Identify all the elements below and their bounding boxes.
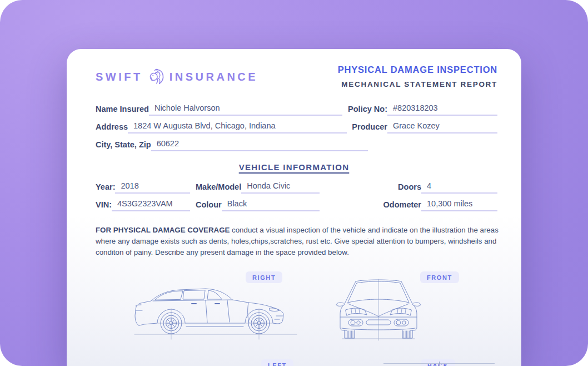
brand-logo: SWIFT INSURANCE — [96, 68, 258, 86]
odometer-input[interactable]: 10,300 miles — [421, 199, 497, 211]
doors-input[interactable]: 4 — [421, 181, 497, 194]
vin-input[interactable]: 4S3G2323VAM — [112, 199, 190, 211]
address-label: Address — [96, 122, 128, 133]
producer-label: Producer — [342, 122, 387, 133]
vin-label: VIN: — [96, 200, 112, 211]
report-header: PHYSICAL DAMAGE INSPECTION MECHANICAL ST… — [338, 65, 497, 88]
policy-no-label: Policy No: — [342, 105, 387, 116]
make-model-input[interactable]: Honda Civic — [241, 181, 320, 194]
make-model-field: Make/Model Honda Civic — [196, 181, 320, 194]
policy-no-field: Policy No: #820318203 — [342, 103, 497, 116]
lion-icon — [148, 68, 165, 86]
colour-label: Colour — [196, 200, 222, 211]
year-field: Year: 2018 — [96, 181, 190, 194]
car-right-side-diagram[interactable] — [132, 278, 299, 343]
address-field: Address 1824 W Augusta Blvd, Chicago, In… — [96, 121, 347, 133]
screen: SWIFT INSURANCE PHYSICAL DAMAG — [0, 0, 588, 366]
back-view-badge: BACK — [421, 359, 455, 366]
vehicle-information-title: VEHICLE INFORMATION — [67, 162, 521, 172]
report-subtitle: MECHANICAL STATEMENT REPORT — [338, 80, 497, 88]
name-insured-label: Name Insured — [96, 105, 149, 116]
name-insured-field: Name Insured Nichole Halvorson — [96, 103, 342, 116]
coverage-instructions-lead: FOR PHYSICAL DAMAGE COVERAGE — [96, 226, 230, 234]
colour-field: Colour Black — [196, 199, 320, 211]
brand-word-swift: SWIFT — [96, 71, 143, 83]
doors-field: Doors 4 — [367, 181, 497, 194]
car-front-diagram[interactable] — [335, 277, 423, 343]
doors-label: Doors — [367, 182, 421, 194]
brand-word-insurance: INSURANCE — [170, 71, 258, 83]
name-insured-input[interactable]: Nichole Halvorson — [149, 103, 342, 116]
left-view-badge: LEFT — [261, 359, 293, 366]
address-input[interactable]: 1824 W Augusta Blvd, Chicago, Indiana — [128, 121, 347, 133]
front-view-badge: FRONT — [420, 271, 459, 283]
report-title: PHYSICAL DAMAGE INSPECTION — [338, 65, 497, 75]
producer-field: Producer Grace Kozey — [342, 121, 497, 133]
coverage-instructions: FOR PHYSICAL DAMAGE COVERAGE conduct a v… — [96, 225, 509, 258]
policy-no-input[interactable]: #820318203 — [387, 103, 497, 116]
year-label: Year: — [96, 182, 115, 194]
year-input[interactable]: 2018 — [115, 181, 190, 194]
vin-field: VIN: 4S3G2323VAM — [96, 199, 190, 211]
city-state-zip-field: City, State, Zip 60622 — [96, 139, 368, 151]
odometer-field: Odometer 10,300 miles — [367, 199, 497, 211]
city-state-zip-input[interactable]: 60622 — [151, 139, 368, 151]
colour-input[interactable]: Black — [222, 199, 320, 211]
odometer-label: Odometer — [367, 200, 421, 211]
city-state-zip-label: City, State, Zip — [96, 140, 151, 151]
inspection-report-card: SWIFT INSURANCE PHYSICAL DAMAG — [67, 49, 521, 366]
car-back-diagram[interactable] — [383, 363, 495, 364]
producer-input[interactable]: Grace Kozey — [387, 121, 497, 133]
make-model-label: Make/Model — [196, 182, 241, 194]
